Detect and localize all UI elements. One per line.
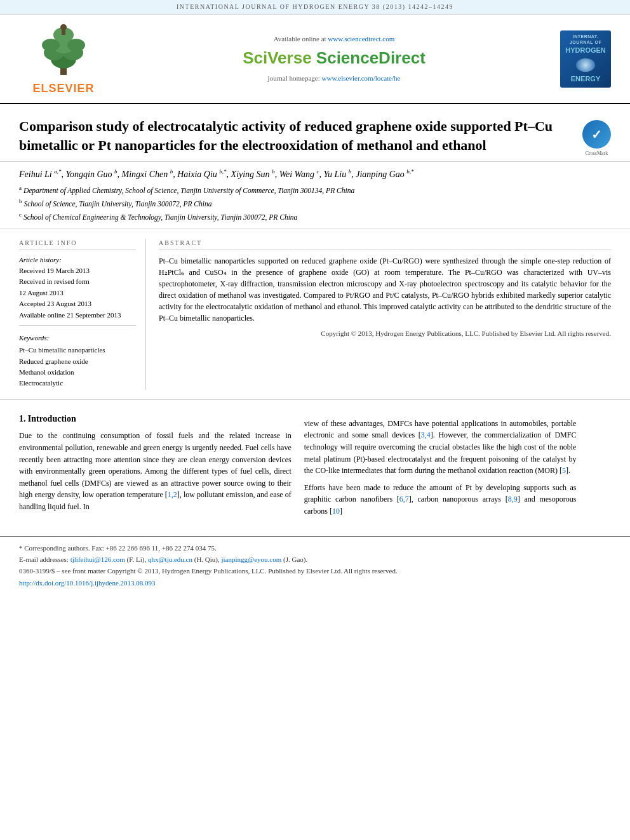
introduction-right-text-1: view of these advantages, DMFCs have pot… (304, 418, 577, 477)
body-left-column: 1. Introduction Due to the continuing co… (19, 413, 292, 517)
body-content: 1. Introduction Due to the continuing co… (0, 400, 630, 530)
journal-homepage: journal homepage: www.elsevier.com/locat… (121, 74, 547, 83)
affiliation-b: b School of Science, Tianjin University,… (19, 197, 611, 209)
elsevier-logo: ELSEVIER (13, 21, 114, 97)
affiliation-a: a Department of Applied Chemistry, Schoo… (19, 184, 611, 196)
crossmark-label: CrossMark (582, 150, 611, 157)
accepted-date: Accepted 23 August 2013 (19, 299, 136, 309)
sciencedirect-text: ScienceDirect (316, 48, 426, 67)
doi-link[interactable]: http://dx.doi.org/10.1016/j.ijhydene.201… (19, 579, 156, 587)
sciverse-logo: SciVerse ScienceDirect (121, 46, 547, 69)
introduction-left-text: Due to the continuing consumption of fos… (19, 430, 292, 512)
section-title: Introduction (28, 414, 76, 423)
authors-section: Feihui Li a,*, Yongqin Guo b, Mingxi Che… (0, 162, 630, 229)
email-gao[interactable]: jianpingg@eyou.com (222, 556, 282, 563)
footer: * Corresponding authors. Fax: +86 22 266… (0, 537, 630, 597)
footer-issn: 0360-3199/$ – see front matter Copyright… (19, 566, 611, 576)
svg-point-8 (60, 24, 67, 30)
elsevier-wordmark: ELSEVIER (32, 81, 94, 97)
he-logo-energy: ENERGY (571, 74, 600, 84)
authors-text: Feihui Li a,*, Yongqin Guo b, Mingxi Che… (19, 170, 414, 179)
revised-form-label: Received in revised form (19, 277, 136, 286)
body-right-column: view of these advantages, DMFCs have pot… (304, 413, 577, 517)
abstract-heading: ABSTRACT (159, 239, 611, 250)
info-divider (19, 325, 136, 326)
email-qiu[interactable]: qhx@tju.edu.cn (148, 556, 192, 563)
article-info-heading: ARTICLE INFO (19, 239, 136, 250)
revised-date: 12 August 2013 (19, 288, 136, 298)
he-logo-internat: Internat. Journal of (563, 34, 608, 46)
sciverse-text: SciVerse (243, 48, 316, 67)
keyword-1: Pt–Cu bimetallic nanoparticles (19, 345, 136, 355)
ref-5[interactable]: 5 (562, 466, 566, 475)
received-date: Received 19 March 2013 (19, 266, 136, 276)
he-logo-container: Internat. Journal of HYDROGEN ENERGY (554, 30, 617, 88)
ref-3-4[interactable]: 3,4 (421, 430, 431, 439)
journal-bar: INTERNATIONAL JOURNAL OF HYDROGEN ENERGY… (0, 0, 630, 15)
elsevier-tree-icon (25, 21, 102, 78)
title-content: Comparison study of electrocatalytic act… (19, 117, 573, 154)
keyword-3: Methanol oxidation (19, 368, 136, 377)
ref-8-9[interactable]: 8,9 (508, 495, 518, 503)
title-section: Comparison study of electrocatalytic act… (0, 104, 630, 161)
introduction-right-text-2: Efforts have been made to reduce the amo… (304, 482, 577, 517)
sciencedirect-info: Available online at www.sciencedirect.co… (121, 34, 547, 83)
section-number: 1. (19, 414, 26, 423)
header: ELSEVIER Available online at www.science… (0, 15, 630, 104)
footer-corresponding: * Corresponding authors. Fax: +86 22 266… (19, 543, 611, 553)
abstract-copyright: Copyright © 2013, Hydrogen Energy Public… (159, 329, 611, 338)
abstract-section: ABSTRACT Pt–Cu bimetallic nanoparticles … (159, 239, 611, 390)
article-history-label: Article history: (19, 255, 136, 265)
he-logo: Internat. Journal of HYDROGEN ENERGY (560, 30, 611, 88)
footer-doi: http://dx.doi.org/10.1016/j.ijhydene.201… (19, 578, 611, 588)
article-title: Comparison study of electrocatalytic act… (19, 117, 573, 154)
journal-homepage-link[interactable]: www.elsevier.com/locate/he (322, 74, 401, 82)
email-li[interactable]: tjlifeihui@126.com (70, 556, 125, 563)
keywords-label: Keywords: (19, 333, 136, 343)
journal-bar-text: INTERNATIONAL JOURNAL OF HYDROGEN ENERGY… (177, 3, 453, 10)
ref-10[interactable]: 10 (332, 507, 340, 516)
available-date: Available online 21 September 2013 (19, 310, 136, 320)
ref-6-7[interactable]: 6,7 (399, 495, 409, 503)
he-logo-circle (576, 58, 595, 72)
footer-email: E-mail addresses: tjlifeihui@126.com (F.… (19, 555, 611, 564)
crossmark-icon: ✓ (591, 126, 602, 143)
crossmark-container[interactable]: ✓ CrossMark (582, 120, 611, 149)
affiliation-c: c School of Chemical Engineering & Techn… (19, 211, 611, 222)
ref-1-2[interactable]: 1,2 (168, 490, 177, 499)
article-info: ARTICLE INFO Article history: Received 1… (19, 239, 146, 390)
abstract-text: Pt–Cu bimetallic nanoparticles supported… (159, 255, 611, 324)
keyword-2: Reduced graphene oxide (19, 357, 136, 366)
keyword-4: Electrocatalytic (19, 378, 136, 388)
crossmark-button[interactable]: ✓ (582, 120, 611, 149)
sciencedirect-link[interactable]: www.sciencedirect.com (328, 35, 394, 43)
elsevier-logo-container: ELSEVIER (13, 21, 114, 97)
section-header: 1. Introduction (19, 413, 292, 425)
svg-rect-9 (62, 30, 65, 35)
authors-line: Feihui Li a,*, Yongqin Guo b, Mingxi Che… (19, 168, 611, 181)
he-logo-hydrogen: HYDROGEN (565, 46, 606, 55)
available-online-text: Available online at www.sciencedirect.co… (121, 34, 547, 44)
content-section: ARTICLE INFO Article history: Received 1… (0, 229, 630, 400)
